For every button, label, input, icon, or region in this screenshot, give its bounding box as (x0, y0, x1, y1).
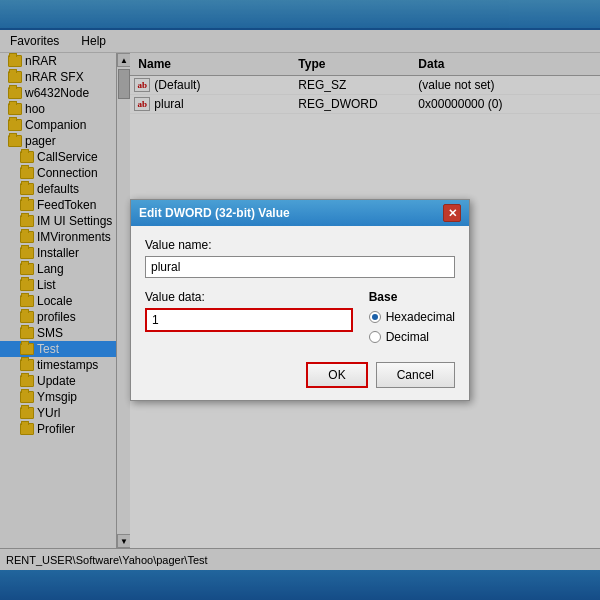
dialog-titlebar: Edit DWORD (32-bit) Value ✕ (131, 200, 469, 226)
dialog-buttons: OK Cancel (145, 358, 455, 388)
dialog-title: Edit DWORD (32-bit) Value (139, 206, 290, 220)
value-data-label: Value data: (145, 290, 353, 304)
value-name-input[interactable] (145, 256, 455, 278)
cancel-button[interactable]: Cancel (376, 362, 455, 388)
value-data-input[interactable] (145, 308, 353, 332)
dialog-close-button[interactable]: ✕ (443, 204, 461, 222)
radio-hexadecimal[interactable]: Hexadecimal (369, 310, 455, 324)
dialog-body: Value name: Value data: Base Hexadecimal… (131, 226, 469, 400)
radio-hexadecimal-label: Hexadecimal (386, 310, 455, 324)
base-label: Base (369, 290, 455, 304)
ok-button[interactable]: OK (306, 362, 367, 388)
radio-hexadecimal-btn[interactable] (369, 311, 381, 323)
edit-dword-dialog: Edit DWORD (32-bit) Value ✕ Value name: … (130, 199, 470, 401)
radio-decimal-label: Decimal (386, 330, 429, 344)
value-data-input-wrap: Value data: (145, 290, 353, 344)
base-group: Base Hexadecimal Decimal (369, 290, 455, 344)
radio-decimal[interactable]: Decimal (369, 330, 455, 344)
radio-decimal-btn[interactable] (369, 331, 381, 343)
value-name-label: Value name: (145, 238, 455, 252)
value-data-row: Value data: Base Hexadecimal Decimal (145, 290, 455, 344)
modal-overlay: Edit DWORD (32-bit) Value ✕ Value name: … (0, 0, 600, 600)
